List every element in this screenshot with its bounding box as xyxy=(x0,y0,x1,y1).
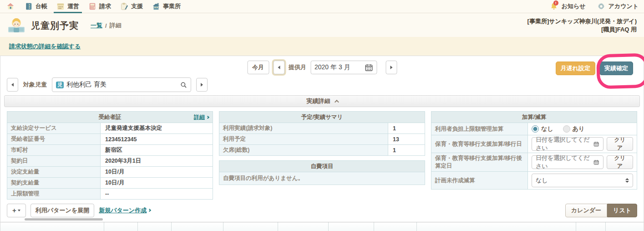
child-search-input[interactable]: 児 利他利己 育美 xyxy=(52,77,191,92)
account-label: アカウント xyxy=(608,2,639,10)
plan-result-title: 予定/実績サマリ xyxy=(301,113,343,121)
column-header-selfpay: 自費 xyxy=(576,222,606,231)
prev-month-button[interactable] xyxy=(273,61,284,74)
view-toggle: カレンダー リスト xyxy=(565,204,637,217)
calculator-icon xyxy=(88,2,96,10)
column-header-end[interactable]: 終了時間 xyxy=(278,222,329,231)
nav-label: 運営 xyxy=(67,2,79,10)
column-header-date[interactable]: 日付 xyxy=(104,222,138,231)
chevron-left-icon xyxy=(11,83,14,87)
table-row: 欠席(総数)1 xyxy=(219,145,425,156)
recipient-cert-title: 受給者証 xyxy=(99,113,122,121)
prev-child-button[interactable] xyxy=(7,78,18,92)
nav-item-shien[interactable]: 支援 xyxy=(116,0,147,13)
chevron-right-icon xyxy=(201,83,203,87)
child-type-badge: 児 xyxy=(56,82,64,88)
chevron-right-icon xyxy=(206,115,209,118)
month-input[interactable]: 2020 年 3 月 xyxy=(310,61,377,74)
home-icon xyxy=(6,2,15,10)
chevron-left-icon xyxy=(278,66,280,69)
column-header-pickup-from: 送迎復 xyxy=(374,222,417,231)
details-toggle-bar[interactable]: 実績詳細 xyxy=(4,95,640,107)
summary-panels: 受給者証 詳細 支給決定サービス児童発達支援基本決定 受給者証番号1234512… xyxy=(7,111,637,200)
table-row: 保育・教育等移行支援加算/移行後算定日 日付を選択してください クリア xyxy=(431,153,637,172)
upper-limit-radio-group: なし あり xyxy=(528,123,637,135)
pattern-toolbar: + 利用パターンを展開 新規パターン作成 カレンダー リスト xyxy=(7,203,637,217)
month-selector-row: 今月 提供月 2020 年 3 月 月遅れ設定 実績確定 xyxy=(4,61,640,76)
child-avatar-icon xyxy=(7,17,25,34)
office-info: [事業所]サンキッズ神奈川(児発・放デイ) [職員]FAQ 用 xyxy=(527,17,637,33)
cert-detail-link[interactable]: 詳細 xyxy=(194,113,209,121)
transition-date-input[interactable]: 日付を選択してください xyxy=(532,137,603,151)
nav-label: 事業所 xyxy=(163,2,181,10)
clear-date-button[interactable]: クリア xyxy=(607,155,633,169)
ledger-icon xyxy=(25,2,33,10)
plan-result-panel: 予定/実績サマリ 利用実績(請求対象)1 利用予定13 欠席(総数)1 自費項目… xyxy=(219,111,425,185)
notifications-button[interactable]: ! お知らせ xyxy=(550,2,586,10)
month-actions: 月遅れ設定 実績確定 xyxy=(556,62,633,75)
table-row: 保育・教育等移行支援加算/移行日 日付を選択してください クリア xyxy=(431,135,637,153)
breadcrumb-separator: / xyxy=(105,22,107,29)
clear-date-button[interactable]: クリア xyxy=(607,137,633,151)
billing-status-link[interactable]: 請求状態の詳細を確認する xyxy=(9,43,81,50)
calendar-icon xyxy=(56,2,65,10)
home-button[interactable] xyxy=(5,0,20,13)
expand-pattern-button[interactable]: 利用パターンを展開 xyxy=(30,204,94,217)
column-header-start[interactable]: 開始時間 xyxy=(223,222,278,231)
addsub-panel: 加算/減算 利用者負担上限額管理加算 なし あり 保育・教育等移行支援加算/移行… xyxy=(431,111,637,190)
chevron-right-icon xyxy=(148,209,151,212)
radio-option-yes[interactable]: あり xyxy=(563,125,585,133)
page-title: 児童別予実 xyxy=(31,20,79,32)
late-setting-button[interactable]: 月遅れ設定 xyxy=(556,62,595,75)
create-pattern-link[interactable]: 新規パターン作成 xyxy=(99,206,151,215)
notifications-label: お知らせ xyxy=(562,2,586,10)
self-pay-empty-message: 自費項目の利用がありません。 xyxy=(219,172,425,185)
target-child-label: 対象児童 xyxy=(23,81,47,89)
calendar-picker-icon[interactable] xyxy=(593,159,599,165)
table-row: 受給者証番号1234512345 xyxy=(7,134,213,145)
radio-unselected-icon xyxy=(563,125,570,133)
table-row: 利用予定13 xyxy=(219,134,425,145)
addsub-header: 加算/減算 xyxy=(431,111,637,123)
nav-item-unei[interactable]: 運営 xyxy=(52,0,84,13)
list-view-button[interactable]: リスト xyxy=(607,204,637,217)
horizontal-scrollbar[interactable] xyxy=(25,218,103,221)
table-row: 上限額管理-- xyxy=(7,189,213,200)
recipient-cert-header: 受給者証 詳細 xyxy=(7,111,213,123)
nav-right: ! お知らせ アカウント xyxy=(550,0,639,13)
table-row: 利用実績(請求対象)1 xyxy=(219,123,425,134)
nav-item-jigyosho[interactable]: 事業所 xyxy=(147,0,185,13)
calendar-picker-icon[interactable] xyxy=(593,141,599,147)
table-row: 支給決定サービス児童発達支援基本決定 xyxy=(7,123,213,134)
building-icon xyxy=(152,2,160,10)
column-header-addition: 加算 xyxy=(417,222,576,231)
staff-name: [職員]FAQ 用 xyxy=(527,26,637,34)
column-header-weekday[interactable]: 曜日 xyxy=(138,222,172,231)
nav-item-daicho[interactable]: 台帳 xyxy=(20,0,52,13)
column-header-type[interactable]: 種別 xyxy=(0,222,104,231)
calendar-view-button[interactable]: カレンダー xyxy=(565,204,607,217)
breadcrumb: 一覧 / 詳細 xyxy=(91,21,122,30)
month-field-label: 提供月 xyxy=(289,63,306,72)
post-transition-date-input[interactable]: 日付を選択してください xyxy=(532,155,603,169)
radio-option-none[interactable]: なし xyxy=(532,125,553,133)
select-arrows-icon xyxy=(625,178,629,183)
gear-icon xyxy=(597,2,605,10)
plan-deduction-select[interactable]: なし xyxy=(532,174,633,187)
next-month-button[interactable] xyxy=(385,61,397,74)
page-header: 児童別予実 一覧 / 詳細 [事業所]サンキッズ神奈川(児発・放デイ) [職員]… xyxy=(0,13,644,37)
add-pattern-button[interactable]: + xyxy=(7,204,26,217)
next-child-button[interactable] xyxy=(196,78,208,92)
calendar-picker-icon[interactable] xyxy=(365,63,373,72)
billing-notice-bar: 請求状態の詳細を確認する xyxy=(0,37,644,56)
column-header-billing[interactable]: 請求 xyxy=(606,222,644,231)
account-button[interactable]: アカウント xyxy=(597,2,639,10)
breadcrumb-list-link[interactable]: 一覧 xyxy=(91,21,102,30)
this-month-button[interactable]: 今月 xyxy=(247,61,269,74)
chevron-right-icon xyxy=(390,66,392,69)
plan-result-header: 予定/実績サマリ xyxy=(219,111,425,123)
nav-item-seikyu[interactable]: 請求 xyxy=(84,0,116,13)
column-header-status[interactable]: 提供状況 xyxy=(172,222,223,231)
search-icon[interactable] xyxy=(180,82,187,88)
confirm-results-button[interactable]: 実績確定 xyxy=(599,62,633,75)
